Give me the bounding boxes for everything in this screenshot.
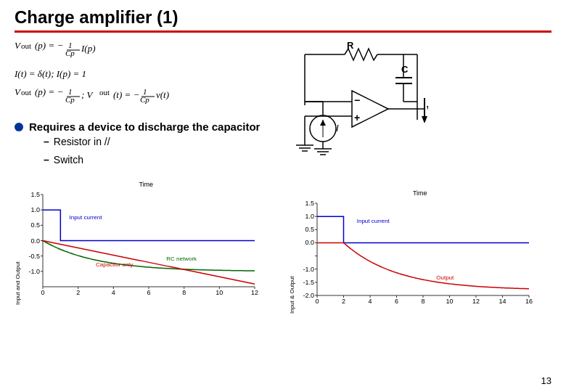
svg-text:−: − xyxy=(354,94,360,106)
requires-label: Requires a device to discharge the capac… xyxy=(29,121,260,133)
circuit-diagram: R C xyxy=(283,33,428,174)
svg-text:; V: ; V xyxy=(81,89,94,100)
formula-svg-1: V out (p) = − 1 Cp I(p) xyxy=(15,40,210,62)
sub-item-switch: – Switch xyxy=(44,151,260,169)
chart-left-title: Time xyxy=(15,181,278,188)
switch-label: Switch xyxy=(54,151,83,169)
svg-text:+: + xyxy=(354,112,360,123)
requires-section: Requires a device to discharge the capac… xyxy=(15,121,276,169)
svg-text:out: out xyxy=(21,41,31,50)
svg-text:Cp: Cp xyxy=(140,95,149,104)
svg-text:(p) = −: (p) = − xyxy=(35,40,63,51)
svg-marker-34 xyxy=(320,120,326,126)
svg-text:Cp: Cp xyxy=(65,49,75,57)
chart-right-title: Time xyxy=(289,189,552,197)
chart-right: Time Input & Output xyxy=(289,181,552,315)
sub-items-list: – Resistor in // – Switch xyxy=(44,133,260,169)
svg-text:I(p): I(p) xyxy=(81,43,96,54)
charts-area: Time Input and Output Time Input & Outpu… xyxy=(15,181,551,315)
chart-right-canvas xyxy=(297,197,536,314)
svg-text:V: V xyxy=(427,105,428,115)
formula-1: V out (p) = − 1 Cp I(p) xyxy=(15,40,276,67)
formula-svg-3: V out (p) = − 1 Cp ; V out (t) = − 1 Cp … xyxy=(15,86,261,108)
svg-text:I(t) = δ(t); I(p) = 1: I(t) = δ(t); I(p) = 1 xyxy=(15,68,86,79)
svg-text:out: out xyxy=(99,88,110,97)
bullet-icon xyxy=(15,123,23,131)
svg-text:C: C xyxy=(401,64,409,75)
svg-text:(t) = −: (t) = − xyxy=(113,89,139,100)
svg-text:v(t): v(t) xyxy=(156,89,169,100)
formulas-section: V out (p) = − 1 Cp I(p) I(t) = δ(t); I(p… xyxy=(15,40,276,113)
chart-left-ylabel: Input and Output xyxy=(15,189,21,305)
formula-2: I(t) = δ(t); I(p) = 1 xyxy=(15,67,276,86)
formula-svg-2: I(t) = δ(t); I(p) = 1 xyxy=(15,67,210,81)
resistor-label: Resistor in // xyxy=(54,133,110,151)
formula-3: V out (p) = − 1 Cp ; V out (t) = − 1 Cp … xyxy=(15,86,276,113)
svg-marker-55 xyxy=(422,116,427,123)
svg-text:(p) = −: (p) = − xyxy=(35,86,63,97)
chart-left-canvas xyxy=(22,189,262,305)
svg-text:I: I xyxy=(336,123,339,134)
page-number: 13 xyxy=(541,375,551,386)
chart-left: Time Input and Output xyxy=(15,181,278,315)
page-title: Charge amplifier (1) xyxy=(15,7,551,28)
chart-right-ylabel: Input & Output xyxy=(289,197,295,314)
sub-item-resistor: – Resistor in // xyxy=(44,133,260,151)
svg-text:out: out xyxy=(21,88,31,97)
svg-text:Cp: Cp xyxy=(65,95,75,104)
